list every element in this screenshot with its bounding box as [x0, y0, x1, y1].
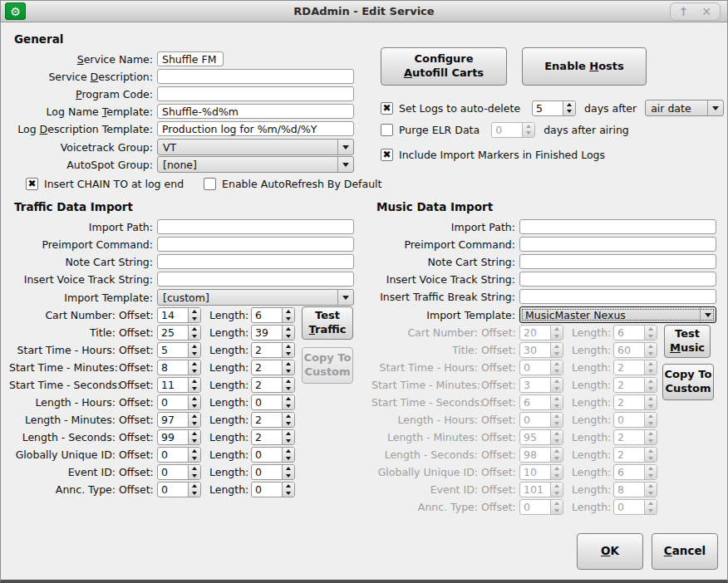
length-input[interactable]	[252, 413, 282, 427]
traffic-import-template-select[interactable]: [custom]	[157, 289, 354, 306]
length-input[interactable]	[252, 395, 282, 409]
cancel-button[interactable]: Cancel	[652, 533, 718, 570]
spin-up-icon[interactable]	[189, 465, 200, 473]
spin-down-icon[interactable]	[283, 455, 294, 463]
spin-up-icon[interactable]	[189, 378, 200, 385]
spin-down-icon[interactable]	[189, 368, 200, 375]
spin-down-icon[interactable]	[189, 333, 200, 340]
spin-up-icon[interactable]	[283, 413, 294, 420]
length-input[interactable]	[252, 483, 282, 497]
spin-up-icon[interactable]	[283, 395, 294, 403]
copy-to-custom-button-music[interactable]: Copy To Custom	[662, 364, 714, 400]
spin-down-icon[interactable]	[283, 385, 294, 393]
length-input[interactable]	[252, 360, 282, 375]
test-music-button[interactable]: Test Music	[664, 325, 711, 358]
length-input[interactable]	[252, 378, 282, 392]
offset-input[interactable]	[158, 448, 188, 462]
spin-down-icon[interactable]	[563, 108, 575, 115]
test-traffic-button[interactable]: Test Traffic	[302, 306, 353, 340]
spin-up-icon[interactable]	[283, 465, 294, 473]
spin-up-icon[interactable]	[189, 448, 200, 455]
length-input[interactable]	[252, 430, 282, 444]
spin-up-icon[interactable]	[283, 308, 294, 316]
close-window-icon[interactable]: ✕	[701, 4, 711, 19]
offset-input[interactable]	[158, 360, 188, 375]
spin-up-icon[interactable]	[189, 483, 200, 490]
program-code-input[interactable]	[157, 86, 354, 101]
offset-input[interactable]	[158, 343, 188, 357]
spin-down-icon[interactable]	[189, 438, 200, 445]
length-input[interactable]	[252, 465, 282, 479]
autospot-group-select[interactable]: [none]	[157, 156, 354, 173]
music-field-input[interactable]	[519, 254, 716, 269]
spin-down-icon[interactable]	[283, 438, 294, 445]
offset-input[interactable]	[158, 378, 188, 392]
music-field-input[interactable]	[519, 219, 716, 234]
length-input[interactable]	[252, 326, 282, 340]
include-import-markers-checkbox[interactable]	[381, 149, 393, 161]
spin-up-icon[interactable]	[563, 101, 575, 109]
spin-down-icon[interactable]	[189, 403, 200, 410]
traffic-field-input[interactable]	[157, 272, 354, 287]
length-input[interactable]	[252, 308, 282, 322]
spin-down-icon[interactable]	[189, 420, 200, 428]
purge-elr-checkbox[interactable]	[381, 124, 393, 136]
length-input[interactable]	[252, 343, 282, 357]
music-field-input[interactable]	[519, 289, 716, 304]
enable-autorefresh-checkbox[interactable]	[204, 178, 216, 190]
auto-delete-reference-select[interactable]: air date	[645, 100, 724, 116]
offset-input[interactable]	[158, 395, 188, 409]
service-description-input[interactable]	[157, 69, 354, 84]
offset-input[interactable]	[158, 465, 188, 479]
spin-up-icon[interactable]	[283, 430, 294, 438]
spin-up-icon[interactable]	[189, 308, 200, 316]
spin-up-icon[interactable]	[283, 378, 294, 385]
offset-input[interactable]	[158, 326, 188, 340]
offset-input[interactable]	[158, 430, 188, 444]
log-description-template-input[interactable]	[157, 121, 354, 136]
spin-down-icon[interactable]	[283, 368, 294, 375]
traffic-field-input[interactable]	[157, 219, 354, 234]
spin-up-icon[interactable]	[283, 360, 294, 368]
length-input[interactable]	[252, 448, 282, 462]
music-import-template-select[interactable]: MusicMaster Nexus	[519, 306, 716, 323]
spin-up-icon[interactable]	[283, 483, 294, 490]
ok-button[interactable]: OK	[577, 533, 643, 570]
spin-up-icon[interactable]	[283, 343, 294, 350]
spin-down-icon[interactable]	[283, 316, 294, 323]
offset-input[interactable]	[158, 413, 188, 427]
spin-up-icon[interactable]	[189, 430, 200, 438]
spin-down-icon[interactable]	[283, 403, 294, 410]
shade-window-icon[interactable]: ↑	[679, 4, 689, 19]
spin-up-icon[interactable]	[283, 326, 294, 333]
service-name-input[interactable]	[157, 51, 224, 66]
spin-down-icon[interactable]	[189, 385, 200, 393]
spin-up-icon[interactable]	[189, 343, 200, 350]
spin-down-icon[interactable]	[189, 350, 200, 358]
spin-down-icon[interactable]	[189, 473, 200, 480]
traffic-field-input[interactable]	[157, 237, 354, 252]
configure-autofill-carts-button[interactable]: Configure Autofill Carts	[381, 47, 507, 86]
insert-chain-to-checkbox[interactable]	[26, 178, 38, 190]
auto-delete-days-input[interactable]	[533, 101, 563, 115]
enable-hosts-button[interactable]: Enable Hosts	[522, 47, 647, 86]
titlebar[interactable]: ⚙ RDAdmin - Edit Service ↑ ✕	[1, 1, 727, 22]
spin-down-icon[interactable]	[283, 350, 294, 358]
spin-down-icon[interactable]	[283, 333, 294, 340]
auto-delete-checkbox[interactable]	[381, 102, 393, 115]
offset-input[interactable]	[158, 308, 188, 322]
spin-down-icon[interactable]	[283, 490, 294, 497]
spin-down-icon[interactable]	[189, 316, 200, 323]
spin-down-icon[interactable]	[189, 455, 200, 463]
spin-up-icon[interactable]	[189, 413, 200, 420]
spin-up-icon[interactable]	[189, 326, 200, 333]
traffic-field-input[interactable]	[157, 254, 354, 269]
spin-up-icon[interactable]	[283, 448, 294, 455]
offset-input[interactable]	[158, 483, 188, 497]
music-field-input[interactable]	[519, 272, 716, 287]
voicetrack-group-select[interactable]: VT	[157, 139, 354, 155]
spin-up-icon[interactable]	[189, 360, 200, 368]
spin-down-icon[interactable]	[189, 490, 200, 497]
spin-up-icon[interactable]	[189, 395, 200, 403]
music-field-input[interactable]	[519, 237, 716, 252]
